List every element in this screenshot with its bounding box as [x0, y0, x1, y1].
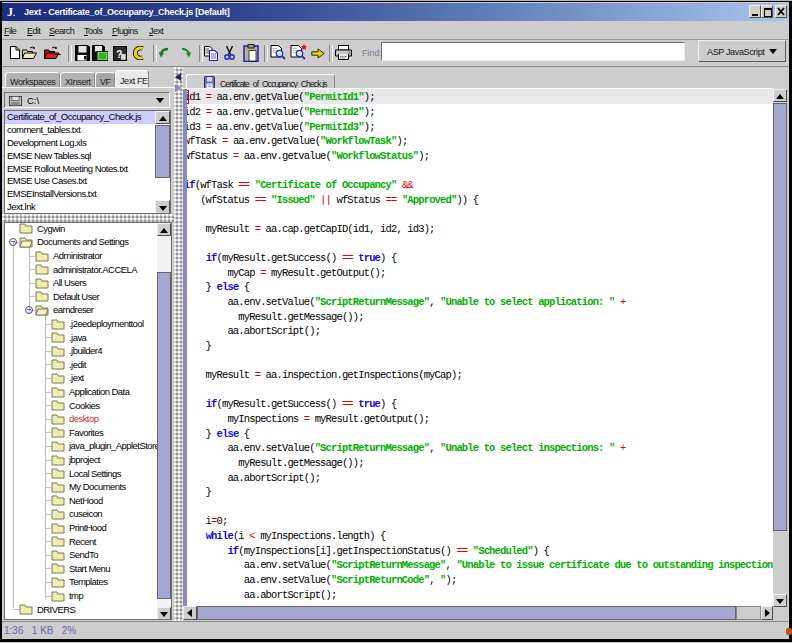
svg-text:?: ? [116, 49, 122, 60]
